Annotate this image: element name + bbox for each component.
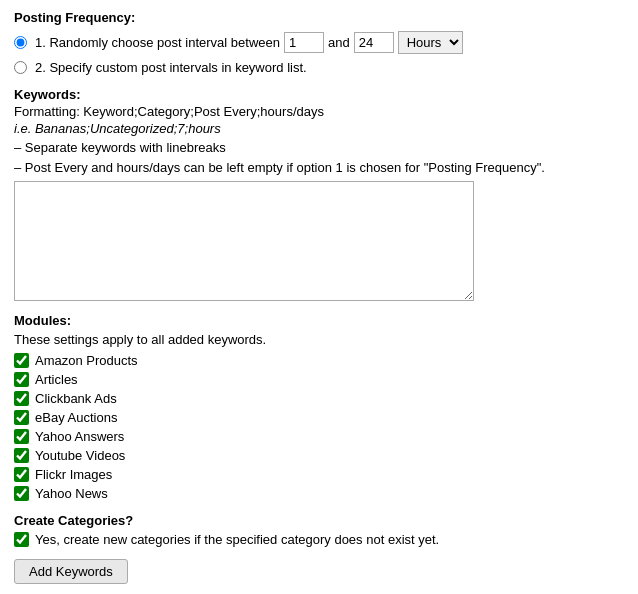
module-checkbox-5[interactable] (14, 448, 29, 463)
module-row: Yahoo Answers (14, 429, 624, 444)
module-label-0: Amazon Products (35, 353, 138, 368)
create-categories-section: Create Categories? Yes, create new categ… (14, 513, 624, 547)
module-checkbox-0[interactable] (14, 353, 29, 368)
keywords-format-label: Formatting: Keyword;Category;Post Every;… (14, 104, 624, 119)
module-row: Flickr Images (14, 467, 624, 482)
module-label-4: Yahoo Answers (35, 429, 124, 444)
module-checkbox-7[interactable] (14, 486, 29, 501)
create-categories-checkbox[interactable] (14, 532, 29, 547)
posting-frequency-unit-select[interactable]: Hours Days (398, 31, 463, 54)
posting-frequency-max-input[interactable] (354, 32, 394, 53)
module-checkbox-3[interactable] (14, 410, 29, 425)
module-label-2: Clickbank Ads (35, 391, 117, 406)
posting-frequency-radio-2[interactable] (14, 61, 27, 74)
keywords-title: Keywords: (14, 87, 624, 102)
module-row: Clickbank Ads (14, 391, 624, 406)
posting-frequency-section: Posting Frequency: 1. Randomly choose po… (14, 10, 624, 75)
module-checkbox-1[interactable] (14, 372, 29, 387)
module-label-6: Flickr Images (35, 467, 112, 482)
posting-frequency-title: Posting Frequency: (14, 10, 624, 25)
module-checkbox-4[interactable] (14, 429, 29, 444)
modules-section: Modules: These settings apply to all add… (14, 313, 624, 501)
module-label-3: eBay Auctions (35, 410, 117, 425)
posting-frequency-option1-label: 1. Randomly choose post interval between (35, 35, 280, 50)
module-row: Amazon Products (14, 353, 624, 368)
module-label-7: Yahoo News (35, 486, 108, 501)
modules-description: These settings apply to all added keywor… (14, 332, 624, 347)
posting-frequency-option2-label: 2. Specify custom post intervals in keyw… (35, 60, 307, 75)
module-checkbox-6[interactable] (14, 467, 29, 482)
module-label-5: Youtube Videos (35, 448, 125, 463)
create-categories-label: Yes, create new categories if the specif… (35, 532, 439, 547)
create-categories-title: Create Categories? (14, 513, 624, 528)
module-row: Yahoo News (14, 486, 624, 501)
posting-frequency-option2-row: 2. Specify custom post intervals in keyw… (14, 60, 624, 75)
add-keywords-button[interactable]: Add Keywords (14, 559, 128, 584)
module-row: Youtube Videos (14, 448, 624, 463)
posting-frequency-and-label: and (328, 35, 350, 50)
posting-frequency-min-input[interactable] (284, 32, 324, 53)
keywords-example-label: i.e. Bananas;Uncategorized;7;hours (14, 121, 624, 136)
module-row: Articles (14, 372, 624, 387)
modules-title: Modules: (14, 313, 624, 328)
keywords-note2: – Post Every and hours/days can be left … (14, 158, 624, 178)
module-label-1: Articles (35, 372, 78, 387)
keywords-textarea[interactable] (14, 181, 474, 301)
module-checkbox-2[interactable] (14, 391, 29, 406)
posting-frequency-option1-row: 1. Randomly choose post interval between… (14, 31, 624, 54)
keywords-section: Keywords: Formatting: Keyword;Category;P… (14, 87, 624, 301)
posting-frequency-radio-1[interactable] (14, 36, 27, 49)
modules-list: Amazon ProductsArticlesClickbank AdseBay… (14, 353, 624, 501)
keywords-note1: – Separate keywords with linebreaks (14, 138, 624, 158)
keywords-notes: – Separate keywords with linebreaks – Po… (14, 138, 624, 177)
create-categories-row: Yes, create new categories if the specif… (14, 532, 624, 547)
module-row: eBay Auctions (14, 410, 624, 425)
